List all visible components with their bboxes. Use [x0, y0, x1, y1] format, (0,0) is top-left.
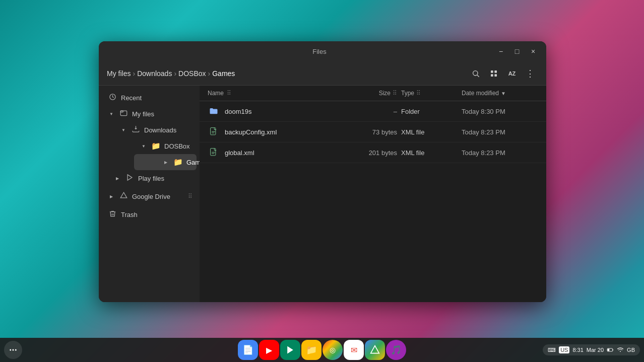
svg-point-18 — [15, 349, 17, 351]
svg-rect-22 — [613, 349, 613, 350]
file-name-backupconfig: backupConfig.xml — [225, 128, 347, 136]
googledrive-expand-icon — [108, 193, 115, 200]
googledrive-icon — [119, 192, 128, 201]
taskbar-left — [4, 341, 22, 359]
sidebar-downloads-label: Downloads — [144, 126, 176, 134]
taskbar-app-play[interactable] — [280, 340, 300, 360]
titlebar: Files − □ × — [99, 41, 546, 61]
col-size-header[interactable]: Size ⠿ — [347, 90, 397, 97]
file-size-doom19s: – — [347, 108, 397, 115]
breadcrumb-sep-3: › — [208, 69, 211, 78]
breadcrumb: My files › Downloads › DOSBox › Games — [107, 69, 464, 78]
file-list: Name ⠿ Size ⠿ Type ⠿ Date modified ▼ — [200, 86, 546, 302]
file-manager-window: Files − □ × My files › Downloads › DOSBo… — [99, 41, 546, 302]
downloads-icon — [131, 125, 140, 134]
sidebar-recent-label: Recent — [121, 94, 142, 102]
sidebar-item-recent[interactable]: Recent — [102, 90, 197, 106]
header-actions: AZ ⋮ — [468, 65, 538, 82]
svg-rect-2 — [491, 70, 493, 73]
sidebar-group-myfiles: My files Downloads — [99, 106, 200, 186]
col-date-header[interactable]: Date modified ▼ — [458, 90, 538, 97]
more-button[interactable]: ⋮ — [522, 65, 538, 82]
taskbar-app-podcast[interactable]: 🎵 — [386, 340, 406, 360]
taskbar-app-drive[interactable] — [365, 340, 385, 360]
sidebar-group-dosbox: 📁 DOSBox 📁 Games — [111, 138, 200, 170]
date-sort-icon: ▼ — [501, 91, 506, 96]
taskbar-app-files[interactable]: 📁 — [301, 340, 321, 360]
sort-button[interactable]: AZ — [504, 65, 520, 82]
taskbar-app-docs[interactable]: 📄 — [238, 340, 258, 360]
chrome-icon: ◎ — [330, 346, 336, 354]
main-content: Recent My files — [99, 86, 546, 302]
youtube-icon: ▶ — [266, 345, 272, 355]
taskbar-app-gmail[interactable]: ✉ — [344, 340, 364, 360]
breadcrumb-my-files[interactable]: My files — [107, 69, 131, 78]
sidebar-item-dosbox[interactable]: 📁 DOSBox — [134, 138, 197, 154]
taskbar-app-chrome[interactable]: ◎ — [323, 340, 343, 360]
svg-point-17 — [10, 349, 11, 351]
files-icon: 📁 — [306, 344, 317, 355]
podcast-icon: 🎵 — [391, 344, 402, 355]
table-row[interactable]: backupConfig.xml 73 bytes XML file Today… — [200, 122, 546, 142]
file-size-backupconfig: 73 bytes — [347, 128, 397, 136]
svg-rect-8 — [120, 111, 123, 112]
minimize-button[interactable]: − — [494, 44, 508, 58]
taskbar-app-youtube[interactable]: ▶ — [259, 340, 279, 360]
col-type-header[interactable]: Type ⠿ — [397, 90, 458, 97]
svg-marker-19 — [287, 346, 293, 354]
taskbar-center: 📄 ▶ 📁 ◎ ✉ 🎵 — [238, 340, 406, 360]
window-title: Files — [312, 48, 326, 55]
gb-label: GB — [627, 347, 635, 353]
file-date-globalxml: Today 8:23 PM — [458, 149, 538, 157]
playfiles-expand-icon — [114, 175, 121, 182]
col-name-header[interactable]: Name ⠿ — [208, 90, 347, 97]
sidebar-item-downloads[interactable]: Downloads — [114, 122, 197, 138]
launcher-button[interactable] — [4, 341, 22, 359]
file-date-doom19s: Today 8:30 PM — [458, 108, 538, 115]
table-row[interactable]: global.xml 201 bytes XML file Today 8:23… — [200, 142, 546, 163]
breadcrumb-dosbox[interactable]: DOSBox — [178, 69, 206, 78]
folder-icon — [208, 105, 220, 117]
breadcrumb-games[interactable]: Games — [212, 69, 235, 78]
search-button[interactable] — [468, 65, 484, 82]
size-col-drag: ⠿ — [393, 90, 397, 97]
games-folder-icon: 📁 — [173, 158, 182, 167]
docs-icon: 📄 — [242, 344, 253, 355]
sidebar-item-trash[interactable]: Trash — [102, 206, 197, 223]
file-name-globalxml: global.xml — [225, 149, 347, 157]
svg-line-1 — [477, 75, 479, 77]
sidebar-item-games[interactable]: 📁 Games — [134, 154, 197, 170]
drive-icon — [370, 345, 380, 355]
close-button[interactable]: × — [526, 44, 540, 58]
date-col-label: Date modified — [462, 90, 499, 97]
svg-point-24 — [620, 351, 621, 352]
svg-rect-4 — [491, 74, 493, 77]
file-name-doom19s: doom19s — [225, 108, 347, 115]
sidebar-games-label: Games — [186, 159, 200, 166]
table-row[interactable]: doom19s – Folder Today 8:30 PM — [200, 101, 546, 122]
breadcrumb-sep-1: › — [133, 69, 135, 78]
sidebar-trash-label: Trash — [121, 211, 138, 219]
games-expand-icon — [162, 159, 169, 166]
sidebar-item-googledrive[interactable]: Google Drive ⠿ — [102, 188, 197, 204]
system-tray[interactable]: ⌨ US 8:31 Mar 20 GB — [543, 344, 640, 355]
breadcrumb-downloads[interactable]: Downloads — [137, 69, 172, 78]
play-store-icon — [285, 345, 295, 355]
myfiles-expand-icon — [108, 110, 115, 117]
sidebar-item-myfiles[interactable]: My files — [102, 106, 197, 122]
sidebar-group-downloads: Downloads 📁 DOSBox — [99, 122, 200, 170]
downloads-expand-icon — [120, 126, 127, 133]
maximize-button[interactable]: □ — [510, 44, 524, 58]
trash-icon — [108, 210, 117, 219]
keyboard-layout-icon: US — [559, 346, 569, 353]
keyboard-icon: ⌨ — [548, 347, 556, 353]
size-col-label: Size — [379, 90, 391, 97]
name-col-label: Name — [208, 90, 224, 97]
sidebar-item-playfiles[interactable]: Play files — [102, 170, 197, 186]
taskbar: 📄 ▶ 📁 ◎ ✉ 🎵 — [0, 338, 644, 362]
gmail-icon: ✉ — [351, 345, 357, 355]
file-date-backupconfig: Today 8:23 PM — [458, 128, 538, 136]
playfiles-icon — [125, 174, 134, 183]
svg-point-0 — [473, 70, 478, 75]
grid-view-button[interactable] — [486, 65, 502, 82]
